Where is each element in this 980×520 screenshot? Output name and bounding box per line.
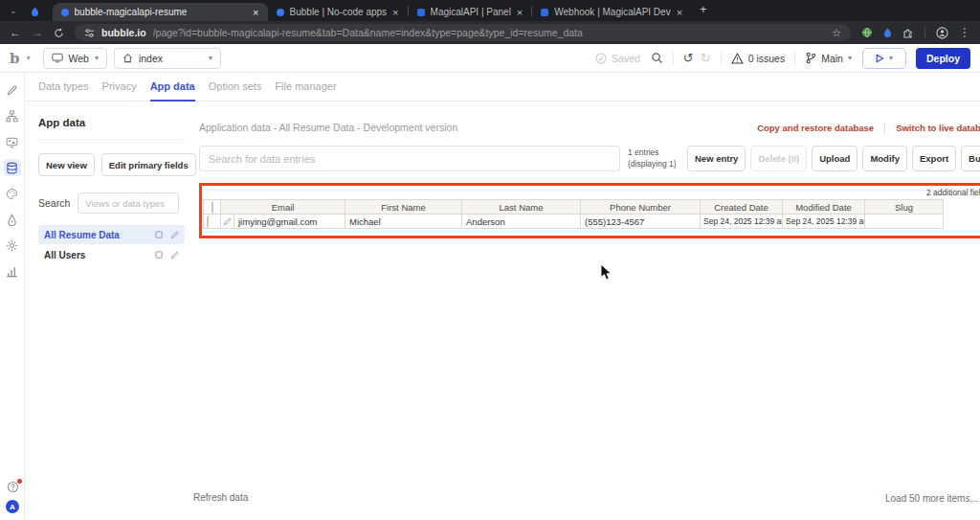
switch-live-database-link[interactable]: Switch to live database — [896, 123, 980, 133]
views-search-row: Search — [38, 192, 185, 214]
chevron-down-icon: ▾ — [209, 54, 212, 62]
editor-rail: A — [0, 73, 25, 520]
extensions-puzzle-icon[interactable] — [902, 27, 914, 38]
column-header-created-date[interactable]: Created Date — [701, 200, 783, 215]
select-all-checkbox[interactable] — [204, 200, 221, 215]
divider — [924, 27, 925, 38]
close-icon[interactable]: × — [392, 7, 398, 18]
duplicate-icon[interactable] — [155, 251, 164, 260]
browser-tab[interactable]: Webhook | MagicalAPI Dev × — [532, 3, 691, 21]
views-search-input[interactable] — [78, 192, 179, 214]
cell-email: jimying@gmail.com — [234, 215, 345, 229]
deploy-button[interactable]: Deploy — [916, 48, 970, 69]
refresh-data-link[interactable]: Refresh data — [193, 492, 248, 503]
load-more-link[interactable]: Load 50 more items... — [885, 493, 978, 504]
modify-button[interactable]: Modify — [862, 146, 907, 171]
table-header-row: Email First Name Last Name Phone Number … — [204, 200, 944, 215]
views-list: All Resume Data All Users — [38, 225, 185, 264]
forward-icon[interactable]: → — [32, 27, 43, 38]
delete-button[interactable]: Delete (0) — [750, 146, 807, 171]
duplicate-icon[interactable] — [155, 231, 164, 239]
tab-data-types[interactable]: Data types — [38, 73, 89, 102]
edit-pencil-icon[interactable] — [170, 231, 179, 239]
panes: App data New view Edit primary fields Se… — [25, 102, 980, 264]
content-header: Application data - All Resume Data - Dev… — [199, 122, 980, 133]
edit-pencil-icon[interactable] — [170, 251, 179, 260]
upload-button[interactable]: Upload — [812, 146, 858, 171]
row-edit-pencil-icon[interactable] — [221, 215, 234, 229]
browser-url-bar: ← → bubble.io /page?id=bubble-magicalapi… — [0, 21, 980, 44]
browser-tab[interactable]: MagicalAPI | Panel × — [409, 3, 532, 21]
profile-icon[interactable] — [936, 27, 948, 39]
cell-last-name: Anderson — [462, 215, 581, 229]
saved-label: Saved — [612, 53, 640, 64]
edit-primary-fields-button[interactable]: Edit primary fields — [101, 153, 196, 176]
pin-extension-icon[interactable] — [883, 28, 892, 38]
new-view-button[interactable]: New view — [38, 153, 95, 176]
bookmark-star-icon[interactable]: ☆ — [832, 27, 841, 39]
workflow-sitemap-icon[interactable] — [4, 107, 21, 124]
column-header-email[interactable]: Email — [221, 200, 345, 215]
tab-file-manager[interactable]: File manager — [275, 73, 336, 102]
cell-modified-date: Sep 24, 2025 12:39 am — [783, 215, 865, 229]
copy-restore-database-link[interactable]: Copy and restore database — [757, 123, 874, 133]
data-entries-search-input[interactable] — [199, 146, 620, 171]
logs-chart-icon[interactable] — [4, 262, 21, 280]
home-icon — [122, 53, 133, 63]
bulk-button[interactable]: Bulk — [961, 146, 980, 171]
view-item-all-resume-data[interactable]: All Resume Data — [38, 225, 185, 244]
browser-tab[interactable]: Bubble | No-code apps × — [268, 3, 408, 21]
additional-fields-note: 2 additional fields — [203, 187, 980, 199]
new-tab-button[interactable]: + — [700, 2, 707, 16]
page-label: index — [139, 53, 163, 64]
column-header-first-name[interactable]: First Name — [345, 200, 462, 215]
bubble-logo[interactable]: b — [10, 50, 20, 67]
user-avatar[interactable]: A — [6, 500, 19, 513]
new-entry-button[interactable]: New entry — [687, 146, 746, 171]
branch-selector[interactable]: Main ▾ — [805, 52, 852, 64]
page-dropdown[interactable]: index ▾ — [114, 48, 221, 69]
reload-icon[interactable] — [54, 28, 64, 38]
settings-gear-icon[interactable] — [4, 237, 21, 254]
preview-button[interactable]: ▾ — [862, 48, 906, 69]
close-icon[interactable]: × — [253, 7, 258, 18]
plugins-pen-icon[interactable] — [4, 211, 21, 228]
help-icon[interactable] — [7, 481, 19, 493]
site-settings-icon[interactable] — [84, 28, 95, 38]
globe-extension-icon[interactable] — [861, 27, 873, 38]
tab-privacy[interactable]: Privacy — [102, 73, 137, 102]
table-row[interactable]: jimying@gmail.com Michael Anderson (555)… — [204, 215, 944, 229]
column-header-last-name[interactable]: Last Name — [462, 200, 581, 215]
platform-dropdown[interactable]: Web ▾ — [43, 48, 107, 69]
export-button[interactable]: Export — [912, 146, 956, 171]
undo-icon[interactable]: ↺ — [683, 51, 694, 65]
pages-slideshow-icon[interactable] — [4, 133, 21, 150]
browser-action-icons: ⋮ — [861, 27, 970, 39]
tab-option-sets[interactable]: Option sets — [209, 73, 262, 102]
design-pencil-icon[interactable] — [4, 81, 21, 99]
view-item-all-users[interactable]: All Users — [38, 245, 185, 264]
styles-palette-icon[interactable] — [4, 185, 21, 202]
data-database-icon[interactable] — [4, 159, 21, 176]
view-label: All Users — [44, 250, 85, 260]
column-header-slug[interactable]: Slug — [865, 200, 944, 215]
pinned-extension-icon[interactable] — [31, 7, 39, 17]
chevron-down-icon[interactable]: ▾ — [27, 54, 31, 62]
back-icon[interactable]: ← — [10, 27, 21, 38]
browser-tab-active[interactable]: bubble-magicalapi-resume × — [53, 3, 268, 21]
address-input[interactable]: bubble.io /page?id=bubble-magicalapi-res… — [75, 24, 851, 41]
window-menu-icon[interactable]: ⌄ — [10, 6, 17, 15]
search-icon[interactable] — [651, 52, 663, 64]
redo-icon[interactable]: ↻ — [701, 51, 711, 65]
close-icon[interactable]: × — [517, 7, 523, 18]
tab-app-data[interactable]: App data — [150, 73, 195, 102]
menu-kebab-icon[interactable]: ⋮ — [959, 27, 970, 38]
column-header-modified-date[interactable]: Modified Date — [783, 200, 865, 215]
column-header-phone-number[interactable]: Phone Number — [581, 200, 701, 215]
close-icon[interactable]: × — [677, 7, 682, 18]
issues-indicator[interactable]: 0 issues — [731, 53, 786, 64]
row-checkbox[interactable] — [204, 215, 221, 229]
divider — [721, 51, 722, 66]
data-tab-main: Data types Privacy App data Option sets … — [25, 73, 980, 520]
sidebar-buttons: New view Edit primary fields — [38, 153, 185, 176]
